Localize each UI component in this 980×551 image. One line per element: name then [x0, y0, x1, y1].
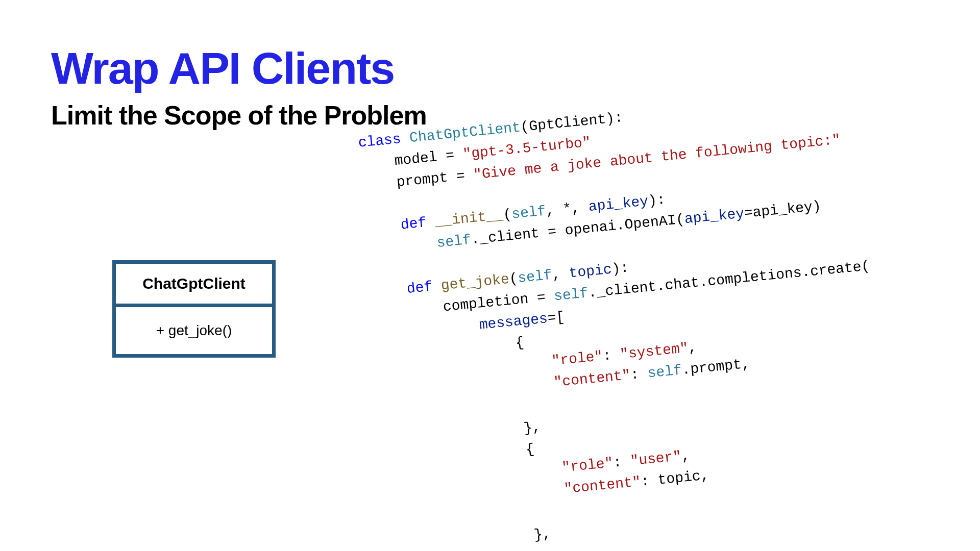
slide-title: Wrap API Clients [51, 46, 929, 91]
uml-method: + get_joke() [116, 307, 272, 354]
code-token: ._client.chat.completions.create( [587, 258, 871, 301]
code-token: }, [397, 525, 552, 551]
code-token: "role" [561, 455, 614, 476]
code-token: __init__ [434, 207, 504, 230]
code-token: api_key [587, 193, 649, 215]
code-token: ): [648, 192, 666, 209]
code-token: self [647, 362, 682, 381]
uml-class-name: ChatGptClient [116, 264, 272, 307]
code-token [384, 412, 386, 428]
code-token: "system" [619, 340, 689, 363]
code-token: =[ [547, 309, 565, 327]
code-token: def [400, 215, 427, 233]
code-token: , [681, 448, 691, 464]
code-token: self [436, 232, 472, 251]
code-token: def [406, 279, 433, 297]
code-token: .prompt, [681, 356, 751, 378]
code-token [372, 281, 408, 300]
code-token: , *, [545, 199, 590, 219]
code-token [376, 317, 480, 343]
code-token: : topic, [640, 467, 710, 490]
code-token: self [511, 203, 547, 222]
code-token: ): [611, 260, 629, 277]
code-token: : [630, 366, 648, 383]
code-token [395, 519, 396, 535]
code-token: model = [360, 146, 464, 172]
code-token: , [688, 339, 698, 356]
code-token: topic [568, 262, 612, 282]
code-token: "content" [553, 367, 631, 390]
code-token: : [612, 454, 631, 471]
code-token [366, 217, 402, 236]
code-token [368, 235, 438, 258]
code-token: class [357, 131, 402, 151]
code-token: "role" [551, 348, 603, 369]
code-token: api_key [683, 206, 745, 227]
code-snippet: class ChatGptClient(GptClient): model = … [357, 64, 980, 551]
slide: Wrap API Clients Limit the Scope of the … [0, 0, 980, 551]
code-token: "content" [563, 474, 642, 497]
code-token: messages [478, 311, 548, 333]
code-token: =api_key) [744, 198, 822, 221]
code-token: self [517, 267, 553, 286]
code-token: "user" [629, 448, 682, 469]
code-token: : [602, 347, 621, 364]
code-token: prompt = [362, 167, 474, 194]
code-token [370, 263, 372, 279]
code-token: "Give me a joke about the following topi… [473, 132, 841, 183]
code-token: self [553, 285, 589, 304]
code-token [364, 199, 365, 215]
code-token: get_joke [440, 271, 510, 294]
uml-class-box: ChatGptClient + get_joke() [112, 260, 276, 358]
code-token: , [551, 266, 570, 283]
